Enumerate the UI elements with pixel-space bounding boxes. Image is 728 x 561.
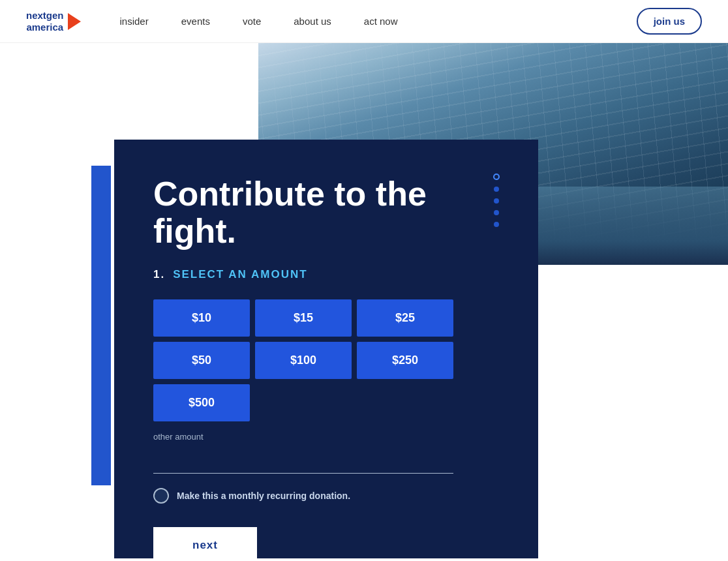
amount-btn-15[interactable]: $15 (255, 299, 352, 337)
recurring-row: Make this a monthly recurring donation. (153, 488, 502, 504)
join-button[interactable]: join us (637, 8, 702, 35)
nav-item-vote[interactable]: vote (243, 16, 261, 27)
amount-btn-100[interactable]: $100 (255, 342, 352, 379)
donation-card: Contribute to the fight. 1.SELECT AN AMO… (114, 140, 538, 558)
scroll-dot-4[interactable] (494, 210, 499, 215)
card-title: Contribute to the fight. (153, 175, 502, 250)
logo-arrow-icon (68, 13, 81, 30)
nav-item-insider[interactable]: insider (120, 16, 149, 27)
blue-accent-bar (91, 166, 111, 485)
amount-btn-25[interactable]: $25 (357, 299, 453, 337)
next-button[interactable]: next (153, 527, 257, 558)
amount-btn-250[interactable]: $250 (357, 342, 453, 379)
scroll-dots (493, 174, 500, 227)
step-label: 1.SELECT AN AMOUNT (153, 268, 502, 281)
amount-btn-50[interactable]: $50 (153, 342, 250, 379)
navigation: nextgenamerica insider events vote about… (0, 0, 728, 43)
nav-item-events[interactable]: events (181, 16, 210, 27)
nav-links: insider events vote about us act now (120, 16, 637, 27)
recurring-label: Make this a monthly recurring donation. (177, 491, 350, 501)
scroll-dot-3[interactable] (494, 198, 499, 204)
step-number: 1. (153, 268, 165, 280)
scroll-dot-2[interactable] (494, 187, 499, 192)
other-amount-input[interactable] (153, 448, 453, 474)
recurring-checkbox[interactable] (153, 488, 169, 504)
amount-grid: $10 $15 $25 $50 $100 $250 (153, 299, 453, 379)
logo-text: nextgenamerica (26, 10, 64, 33)
amount-btn-10[interactable]: $10 (153, 299, 250, 337)
nav-item-act-now[interactable]: act now (364, 16, 398, 27)
scroll-dot-5[interactable] (494, 222, 499, 227)
logo[interactable]: nextgenamerica (26, 10, 81, 33)
amount-row-single: $500 (153, 384, 453, 421)
amount-btn-500[interactable]: $500 (153, 384, 250, 421)
hero-section: Contribute to the fight. 1.SELECT AN AMO… (0, 43, 728, 558)
nav-item-about-us[interactable]: about us (294, 16, 331, 27)
scroll-dot-1[interactable] (493, 174, 500, 180)
other-amount-label[interactable]: other amount (153, 432, 502, 442)
